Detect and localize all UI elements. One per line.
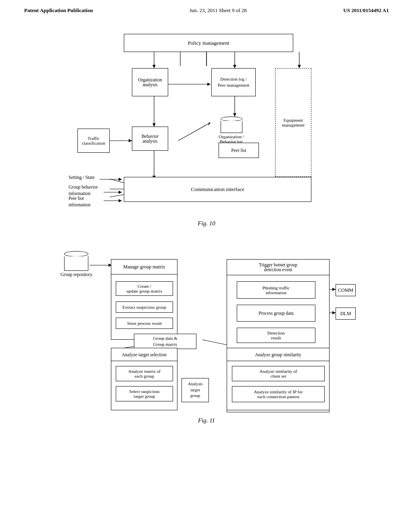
setting-state-label: Setting / State xyxy=(69,175,95,180)
fig10-diagram: Policy management Organization analysis … xyxy=(61,26,352,215)
fig10-section: Policy management Organization analysis … xyxy=(24,26,389,227)
header-left: Patent Application Publication xyxy=(24,7,93,14)
policy-management-box: Policy management xyxy=(124,34,293,52)
detection-log-box: Detection log / Peer management xyxy=(211,68,256,96)
detection-result-box: Detection result xyxy=(237,328,315,343)
analyze-group-similarity-box: Analyze group similarity xyxy=(227,348,330,361)
trigger-botnet-box: Trigger botnet group detection event xyxy=(227,259,330,275)
svg-marker-5 xyxy=(233,65,236,68)
fig10-label: Fig. 10 xyxy=(24,220,389,227)
analyze-target-box: Analyze target selection xyxy=(111,348,177,361)
equipment-management-box: Equipment management xyxy=(275,68,311,177)
group-behavior-arrow-svg xyxy=(104,189,126,195)
communication-interface-box: Communication interface xyxy=(124,177,311,202)
group-repository-cylinder: Group repository xyxy=(60,251,92,278)
header-right: US 2011/0154492 A1 xyxy=(343,7,389,14)
svg-marker-57 xyxy=(332,311,336,314)
svg-marker-30 xyxy=(119,191,122,194)
fig11-diagram: Group repository Manage group matrix Cre… xyxy=(53,239,360,412)
create-update-box: Create / update group matrix xyxy=(116,281,173,296)
page-header: Patent Application Publication Jun. 23, … xyxy=(0,0,413,18)
manage-group-matrix-box: Manage group matrix xyxy=(111,259,177,274)
traffic-classification-box: Traffic classification xyxy=(77,129,110,153)
group-data-matrix-box: Group data & Group matrix xyxy=(134,334,196,349)
svg-marker-53 xyxy=(332,288,336,291)
fig11-label: Fig. 11 xyxy=(24,417,389,424)
phishing-traffic-box: Phishing traffic information xyxy=(237,281,315,299)
select-suspicious-box: Select suspicious target group xyxy=(116,386,173,401)
peer-list-box: Peer list xyxy=(219,143,259,158)
header-center: Jun. 23, 2011 Sheet 9 of 28 xyxy=(190,7,247,14)
analysis-target-group-box: Analysis target group xyxy=(181,378,209,402)
fig11-section: Group repository Manage group matrix Cre… xyxy=(24,239,389,424)
svg-marker-7 xyxy=(298,65,301,68)
svg-marker-22 xyxy=(233,113,236,116)
analyze-similarity-ip-box: Analyze similarity of IP for each connec… xyxy=(232,386,325,402)
org-behavior-log-cylinder: Organization / Behavior log xyxy=(219,116,244,144)
analyze-similarity-client-box: Analyze similarity of client set xyxy=(232,366,325,381)
analyze-matrix-each-box: Analyze matrix of each group xyxy=(116,366,173,381)
process-group-data-box: Process group data xyxy=(237,305,315,322)
extract-suspicious-box: Extract suspicious group xyxy=(116,301,173,313)
peer-bot-label: Peer bot information xyxy=(69,195,90,208)
svg-marker-10 xyxy=(152,123,156,127)
svg-marker-32 xyxy=(119,199,122,202)
main-content: Policy management Organization analysis … xyxy=(0,18,413,444)
dlm-box: DLM xyxy=(336,308,356,320)
svg-marker-14 xyxy=(129,139,132,142)
svg-marker-24 xyxy=(208,123,211,126)
peer-bot-arrow-svg xyxy=(104,198,126,204)
svg-marker-28 xyxy=(119,178,122,181)
setting-arrow-svg xyxy=(100,177,126,182)
behavior-analysis-box: Behavior analysis xyxy=(132,127,168,151)
svg-line-23 xyxy=(178,123,211,141)
store-process-box: Store process result xyxy=(116,318,173,329)
svg-marker-3 xyxy=(152,65,156,68)
comm-box: COMM xyxy=(336,284,356,296)
svg-marker-26 xyxy=(207,83,211,86)
organization-analysis-box: Organization analysis xyxy=(132,68,168,96)
